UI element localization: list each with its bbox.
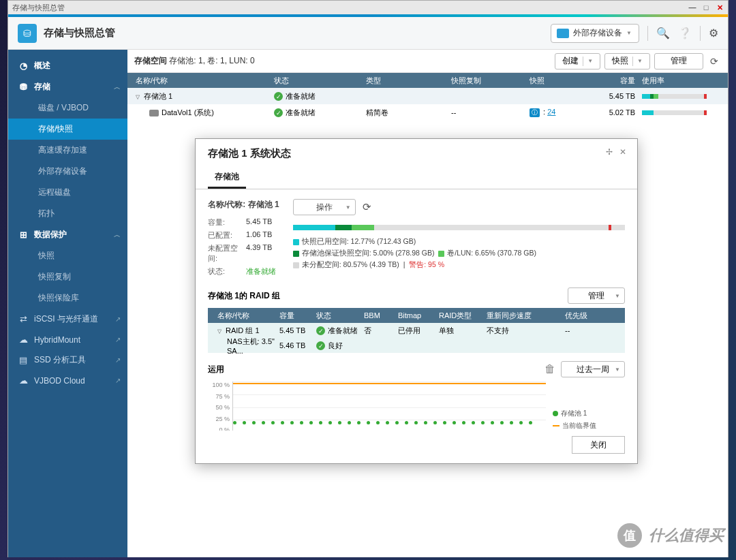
sidebar-item-vjbod[interactable]: ☁VJBOD Cloud↗ [8,371,127,390]
external-link-icon: ↗ [115,377,121,384]
device-icon [557,29,569,38]
sidebar-item-storage[interactable]: ⛃存储︿ [8,76,127,97]
toolbar: 存储空间 存储池: 1, 卷: 1, LUN: 0 创建▼ 快照▼ 管理 ⟳ [127,50,728,73]
sidebar-item-cache[interactable]: 高速缓存加速 [8,140,127,161]
modal-title: 存储池 1 系统状态 [208,147,291,160]
table-row-volume[interactable]: DataVol1 (系统) ✓准备就绪 精简卷 -- ⓘ : 24 5.02 T… [127,104,728,121]
threshold-line [233,383,546,384]
chevron-up-icon: ︿ [114,82,121,92]
external-device-button[interactable]: 外部存储设备 ▼ [551,24,639,43]
app-icon: ⛁ [18,24,37,43]
modal-tabs: 存储池 [196,167,637,189]
delete-icon[interactable]: 🗑 [545,363,555,375]
raid-row[interactable]: NAS主机: 3.5" SA... 5.46 TB ✓良好 [208,338,625,353]
usage-bar [642,110,707,115]
header: ⛁ 存储与快照总管 外部存储设备 ▼ 🔍 ❔ ⚙ [8,17,728,50]
raid-group-label: 存储池 1的 RAID 组 [208,290,280,302]
sidebar: ◔概述 ⛃存储︿ 磁盘 / VJBOD 存储/快照 高速缓存加速 外部存储设备 … [8,50,127,557]
sidebar-item-ssd[interactable]: ▤SSD 分析工具↗ [8,349,127,371]
minimize-button[interactable]: — [688,3,696,12]
disk-icon [149,110,159,116]
snapshot-count-link[interactable]: 24 [547,108,555,116]
refresh-icon[interactable]: ⟳ [707,56,721,67]
table-header: 名称/代称 状态 类型 快照复制 快照 容量 使用率 [127,73,728,88]
watermark: 值 什么值得买 [617,523,724,548]
snapshot-button[interactable]: 快照▼ [604,53,650,69]
sidebar-item-snaprep[interactable]: 快照复制 [8,266,127,287]
gear-icon[interactable]: ⚙ [709,27,718,40]
maximize-button[interactable]: □ [702,3,710,12]
breadcrumb: 存储空间 存储池: 1, 卷: 1, LUN: 0 [134,55,255,67]
chevron-up-icon: ︿ [114,230,121,240]
close-button[interactable]: 关闭 [572,436,625,454]
manage-button[interactable]: 管理 [654,53,703,69]
search-icon[interactable]: 🔍 [656,27,670,40]
help-icon[interactable]: ❔ [678,27,692,40]
pool-status-modal: 存储池 1 系统状态 ✢ ✕ 存储池 名称/代称: 存储池 1 容量:5.45 … [195,138,638,464]
sidebar-item-overview[interactable]: ◔概述 [8,55,127,76]
period-select[interactable]: 过去一周▼ [561,361,625,377]
usage-chart: 运用 🗑 过去一周▼ 100 %75 %50 %25 %0 % 存储池 1 当 [208,361,625,431]
sidebar-item-external[interactable]: 外部存储设备 [8,161,127,182]
window-title: 存储与快照总管 [12,3,65,13]
raid-manage-button[interactable]: 管理▼ [568,287,625,304]
app-title: 存储与快照总管 [44,27,115,40]
data-line [233,422,546,424]
tab-pool[interactable]: 存储池 [208,167,246,189]
raid-table: 名称/代称容量状态BBMBitmapRAID类型重新同步速度优先级 ▽RAID … [208,308,625,353]
sidebar-item-topo[interactable]: 拓扑 [8,203,127,224]
status-ok-icon: ✓ [274,108,283,117]
close-button[interactable]: ✕ [716,3,724,12]
sidebar-item-vault[interactable]: 快照保险库 [8,287,127,309]
external-link-icon: ↗ [115,315,121,323]
table-row-pool[interactable]: ▽存储池 1 ✓准备就绪 5.45 TB [127,88,728,104]
expand-icon[interactable]: ✢ [606,147,613,160]
sidebar-item-protect[interactable]: ⊞数据保护︿ [8,224,127,245]
sidebar-item-snap2[interactable]: 快照 [8,245,127,266]
usage-bar [642,94,707,99]
sidebar-item-disks[interactable]: 磁盘 / VJBOD [8,97,127,119]
refresh-icon[interactable]: ⟳ [363,201,371,213]
create-button[interactable]: 创建▼ [555,53,600,69]
sidebar-item-remote[interactable]: 远程磁盘 [8,182,127,203]
snapshot-badge: ⓘ [530,108,540,117]
status-ok-icon: ✓ [274,92,283,101]
external-link-icon: ↗ [115,336,121,343]
external-link-icon: ↗ [115,356,121,364]
chevron-down-icon: ▽ [136,94,140,100]
sidebar-item-snapshot[interactable]: 存储/快照 [8,119,127,140]
close-icon[interactable]: ✕ [619,147,626,160]
sidebar-item-iscsi[interactable]: ⇄iSCSI 与光纤通道↗ [8,309,127,330]
sidebar-item-hybrid[interactable]: ☁HybridMount↗ [8,330,127,349]
operation-button[interactable]: 操作▼ [293,199,356,215]
titlebar: 存储与快照总管 — □ ✕ [8,1,728,14]
allocation-bar [293,225,625,230]
chevron-down-icon: ▽ [217,328,221,335]
